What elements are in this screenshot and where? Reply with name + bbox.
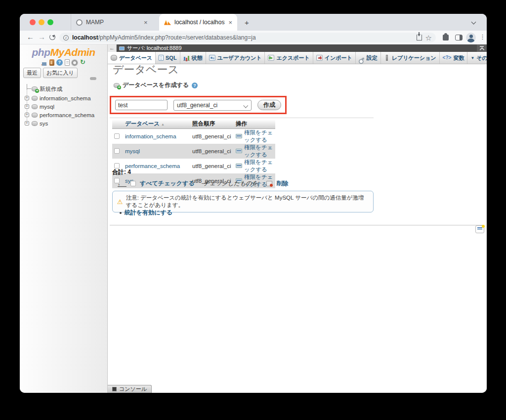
recent-button[interactable]: 最近	[23, 68, 41, 78]
database-link[interactable]: information_schema	[125, 133, 176, 139]
collation-value: utf8_general_ci	[190, 159, 234, 173]
import-icon	[316, 55, 323, 61]
expand-icon[interactable]: +	[25, 96, 29, 100]
browser-tab-phpmyadmin[interactable]: localhost / localhost | phpMyA ×	[159, 14, 237, 31]
create-button[interactable]: 作成	[257, 100, 281, 110]
settings-icon[interactable]	[72, 60, 78, 66]
back-button[interactable]: ←	[27, 33, 34, 41]
tab-more[interactable]: ▼その他	[467, 52, 487, 64]
close-tab-icon[interactable]: ×	[228, 19, 232, 26]
bulk-actions-row: すべてチェックする チェックしたものを: 削除	[118, 179, 288, 188]
tab-status[interactable]: 状態	[180, 52, 206, 64]
tree-item-new-database[interactable]: 新規作成	[25, 85, 105, 93]
collation-selected-value: utf8_general_ci	[177, 102, 217, 109]
open-new-window-icon[interactable]	[475, 225, 484, 233]
delete-link[interactable]: 削除	[276, 179, 288, 188]
chevron-down-icon: ▼	[470, 56, 474, 60]
main-panel: ← サーバ: localhost:8889 データベース SQL 状態 ユーザア…	[108, 44, 487, 393]
server-label[interactable]: サーバ: localhost:8889	[127, 44, 182, 52]
database-link[interactable]: mysql	[125, 148, 140, 154]
console-label: コンソール	[119, 385, 147, 393]
sidebar-filter-buttons: 最近 お気に入り	[23, 68, 78, 78]
row-checkbox[interactable]	[114, 133, 120, 139]
database-icon	[32, 96, 38, 101]
url-text[interactable]: localhost/phpMyAdmin5/index.php?route=/s…	[72, 34, 413, 41]
side-panel-icon[interactable]	[455, 35, 463, 41]
tree-item-database[interactable]: + performance_schema	[25, 111, 105, 119]
column-header-database[interactable]: データベース▲	[123, 120, 190, 128]
phpmyadmin-logo[interactable]: phpMyAdmin	[20, 46, 107, 58]
row-checkbox[interactable]	[114, 148, 120, 154]
browser-window: MAMP × localhost / localhost | phpMyA × …	[20, 14, 487, 393]
status-chart-icon	[183, 55, 190, 61]
help-icon[interactable]: ?	[192, 83, 198, 88]
tree-item-label: performance_schema	[40, 112, 94, 118]
sidebar-resize-handle[interactable]	[90, 77, 96, 80]
tree-item-database[interactable]: + mysql	[25, 103, 105, 111]
section-divider	[110, 118, 374, 118]
close-window-button[interactable]	[30, 19, 36, 25]
check-privileges-link[interactable]: 権限をチェックする	[244, 144, 273, 159]
browser-tab-mamp[interactable]: MAMP ×	[71, 14, 159, 31]
privileges-icon	[236, 164, 242, 168]
column-header-collation: 照合順序	[190, 120, 234, 128]
privileges-icon	[236, 134, 242, 138]
database-link[interactable]: performance_schema	[125, 163, 180, 169]
bullet-icon	[120, 212, 122, 214]
favorites-button[interactable]: お気に入り	[43, 68, 78, 78]
console-toggle[interactable]: コンソール	[108, 385, 152, 393]
check-all-link[interactable]: すべてチェックする	[140, 179, 195, 188]
new-database-icon	[32, 86, 38, 91]
tab-export[interactable]: エクスポート	[265, 52, 313, 64]
warning-icon: ⚠	[117, 199, 123, 205]
home-icon[interactable]	[41, 59, 47, 66]
browser-menu-icon[interactable]: ⋮	[479, 33, 486, 41]
tab-settings[interactable]: 設定	[356, 52, 381, 64]
tab-replication[interactable]: レプリケーション	[381, 52, 440, 64]
documentation-icon[interactable]	[65, 59, 70, 66]
sort-icon: ▲	[161, 123, 165, 126]
tree-item-label: sys	[40, 121, 48, 126]
database-name-input[interactable]	[115, 100, 168, 110]
check-privileges-link[interactable]: 権限をチェックする	[244, 129, 273, 144]
column-header-action: 操作	[234, 120, 275, 128]
breadcrumb-back-icon[interactable]: ←	[108, 44, 117, 52]
tab-search-chevron-icon[interactable]	[472, 20, 476, 24]
help-icon[interactable]: ?	[56, 59, 63, 66]
chrome-toolbar: ← → i localhost/phpMyAdmin5/index.php?ro…	[20, 31, 487, 44]
table-row: mysql utf8_general_ci 権限をチェックする	[112, 144, 275, 159]
reload-button[interactable]	[49, 34, 55, 40]
collation-select[interactable]: utf8_general_ci	[173, 100, 252, 111]
database-icon	[32, 121, 38, 126]
collation-value: utf8_general_ci	[190, 128, 234, 144]
expand-icon[interactable]: +	[25, 104, 29, 109]
wrench-icon	[359, 57, 365, 63]
enable-statistics-link[interactable]: 統計を有効にする	[125, 209, 172, 217]
scroll-top-icon[interactable]	[477, 44, 487, 52]
tab-import[interactable]: インポート	[313, 52, 356, 64]
check-all-checkbox[interactable]	[130, 181, 136, 186]
check-privileges-link[interactable]: 権限をチェックする	[244, 159, 273, 173]
new-tab-button[interactable]: +	[245, 18, 249, 27]
tab-variables[interactable]: <?>変数	[440, 52, 468, 64]
tree-item-label: mysql	[40, 104, 54, 110]
profile-avatar[interactable]	[466, 33, 476, 42]
bookmark-star-icon[interactable]: ☆	[425, 34, 432, 42]
site-info-icon[interactable]: i	[63, 35, 69, 41]
tree-item-database[interactable]: + information_schema	[25, 94, 105, 102]
extensions-icon[interactable]	[443, 35, 449, 41]
expand-icon[interactable]: +	[25, 113, 29, 117]
forward-button[interactable]: →	[38, 33, 45, 41]
tree-item-label: information_schema	[40, 95, 91, 101]
tab-user-accounts[interactable]: ユーザアカウント	[206, 52, 265, 64]
refresh-icon[interactable]: ↻	[80, 59, 86, 66]
logout-icon[interactable]	[49, 59, 54, 66]
tree-item-database[interactable]: + sys	[25, 120, 105, 127]
address-bar[interactable]: i localhost/phpMyAdmin5/index.php?route=…	[59, 33, 436, 42]
expand-icon[interactable]: +	[25, 121, 29, 126]
close-tab-icon[interactable]: ×	[144, 19, 148, 26]
minimize-window-button[interactable]	[39, 19, 44, 25]
database-tree: 新規作成 + information_schema + mysql + perf…	[25, 85, 105, 128]
fullscreen-window-button[interactable]	[47, 19, 53, 25]
share-icon[interactable]	[417, 35, 422, 41]
